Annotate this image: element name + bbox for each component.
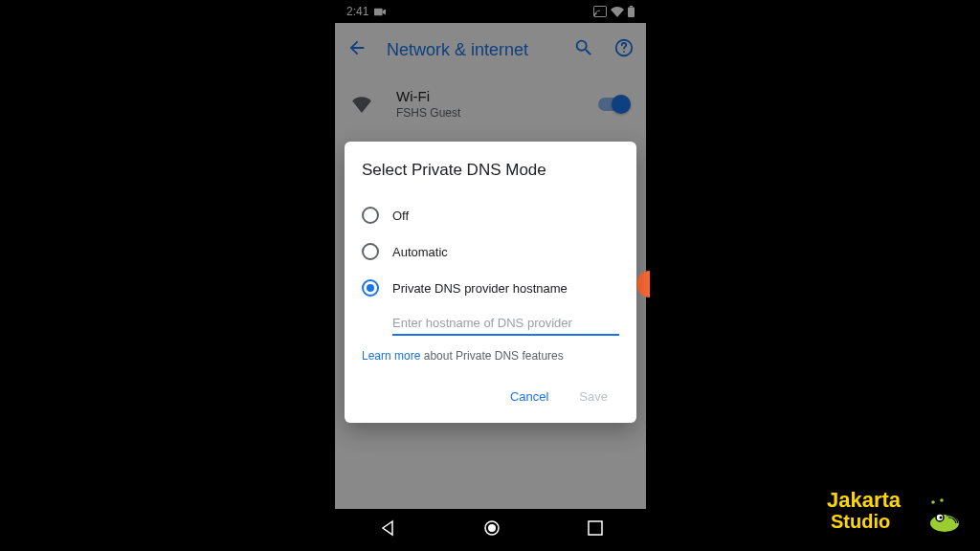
- radio-icon: [362, 243, 379, 260]
- cancel-button[interactable]: Cancel: [506, 384, 552, 409]
- save-button: Save: [575, 384, 612, 409]
- radio-label-automatic: Automatic: [392, 245, 448, 259]
- svg-point-7: [488, 524, 496, 532]
- private-dns-dialog: Select Private DNS Mode Off Automatic Pr…: [345, 142, 636, 423]
- radio-option-automatic[interactable]: Automatic: [362, 233, 619, 270]
- svg-line-16: [941, 502, 942, 511]
- radio-option-hostname[interactable]: Private DNS provider hostname: [362, 270, 619, 306]
- svg-text:Studio: Studio: [831, 511, 890, 532]
- svg-point-13: [940, 517, 943, 519]
- svg-point-15: [931, 500, 936, 505]
- radio-icon-selected: [362, 279, 379, 297]
- dialog-title: Select Private DNS Mode: [362, 161, 619, 180]
- svg-rect-8: [589, 521, 602, 535]
- nav-back-icon[interactable]: [379, 519, 396, 540]
- svg-point-11: [929, 514, 960, 533]
- hostname-input[interactable]: [392, 312, 619, 336]
- hostname-input-wrap: [392, 312, 619, 336]
- learn-more-link[interactable]: Learn more: [362, 349, 420, 363]
- navigation-bar: [335, 509, 646, 551]
- jakarta-studio-watermark: Jakarta Studio: [827, 480, 970, 541]
- svg-text:Jakarta: Jakarta: [827, 488, 902, 512]
- nav-home-icon[interactable]: [483, 519, 501, 540]
- learn-more-rest: about Private DNS features: [420, 349, 563, 363]
- radio-label-off: Off: [392, 209, 409, 223]
- svg-point-17: [940, 498, 945, 503]
- radio-option-off[interactable]: Off: [362, 197, 619, 233]
- phone-screen: 2:41 Network & internet Wi-Fi FSHS Guest: [335, 0, 646, 551]
- radio-label-hostname: Private DNS provider hostname: [392, 281, 568, 296]
- dialog-button-row: Cancel Save: [362, 380, 619, 413]
- learn-more-text: Learn more about Private DNS features: [362, 349, 619, 363]
- nav-recent-icon[interactable]: [588, 520, 603, 540]
- radio-icon: [362, 207, 379, 224]
